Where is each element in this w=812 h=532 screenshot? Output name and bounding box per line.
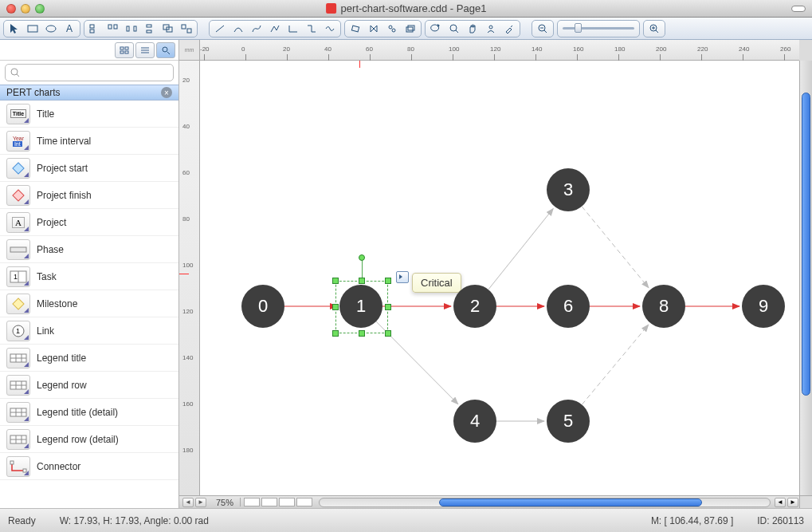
scroll-right-button[interactable]: ► — [787, 498, 798, 507]
pointer-tool[interactable] — [6, 22, 22, 36]
scroll-left-button[interactable]: ◄ — [775, 498, 786, 507]
library-item-icon — [6, 375, 30, 396]
zoom-slider[interactable] — [557, 20, 640, 37]
svg-line-41 — [17, 74, 19, 77]
library-item[interactable]: 1Task — [0, 263, 178, 290]
resize-handle-e[interactable] — [385, 304, 391, 310]
line-tool[interactable] — [212, 22, 228, 36]
library-item[interactable]: Project finish — [0, 182, 178, 209]
edge-5-8[interactable] — [582, 325, 649, 404]
page-tab[interactable] — [261, 498, 277, 506]
edge-2-3[interactable] — [488, 208, 553, 290]
sidebar-search-toggle[interactable] — [156, 42, 175, 58]
connector-tool[interactable] — [285, 22, 301, 36]
pert-node-8[interactable]: 8 — [642, 285, 685, 328]
close-window-button[interactable] — [6, 4, 16, 14]
refresh-tool[interactable] — [428, 22, 444, 36]
page-tab[interactable] — [296, 498, 312, 506]
svg-rect-43 — [13, 189, 24, 200]
svg-rect-33 — [120, 51, 124, 53]
resize-handle-ne[interactable] — [385, 278, 391, 284]
sidebar-view-small-icon[interactable] — [115, 42, 134, 58]
layers-tool[interactable] — [402, 22, 418, 36]
text-tool[interactable]: A — [61, 22, 77, 36]
library-item-icon: Title — [6, 104, 30, 124]
svg-point-40 — [11, 69, 18, 75]
library-section-header[interactable]: PERT charts × — [0, 85, 178, 100]
zoom-value[interactable]: 75% — [210, 498, 240, 507]
library-item[interactable]: Connector — [0, 453, 178, 480]
zoom-in-button[interactable] — [646, 22, 662, 36]
library-item[interactable]: Legend row (detail) — [0, 426, 178, 453]
flip-v-tool[interactable] — [384, 22, 400, 36]
library-item[interactable]: Legend title (detail) — [0, 399, 178, 426]
distribute-v-tool[interactable] — [142, 22, 158, 36]
library-item[interactable]: Phase — [0, 236, 178, 263]
resize-handle-w[interactable] — [332, 304, 339, 310]
pert-node-6[interactable]: 6 — [547, 285, 590, 328]
vertical-scrollbar[interactable] — [799, 61, 812, 495]
group-tool[interactable] — [160, 22, 176, 36]
svg-point-17 — [389, 26, 392, 29]
rectangle-tool[interactable] — [25, 22, 41, 36]
horizontal-scrollbar[interactable] — [319, 498, 771, 507]
resize-handle-n[interactable] — [359, 278, 365, 284]
pert-node-9[interactable]: 9 — [742, 285, 785, 328]
library-search-input[interactable] — [5, 64, 174, 81]
svg-rect-32 — [125, 47, 128, 49]
pert-node-2[interactable]: 2 — [453, 285, 496, 328]
align-top-tool[interactable] — [105, 22, 121, 36]
pert-node-0[interactable]: 0 — [241, 285, 284, 328]
library-item[interactable]: YearIntTime interval — [0, 128, 178, 155]
minimize-window-button[interactable] — [21, 4, 30, 14]
page-tab[interactable] — [279, 498, 295, 506]
arc-tool[interactable] — [230, 22, 246, 36]
svg-point-21 — [450, 25, 457, 31]
zoom-window-button[interactable] — [35, 4, 45, 14]
page-tab[interactable] — [244, 498, 260, 506]
resize-handle-s[interactable] — [359, 330, 365, 337]
library-close-icon[interactable]: × — [161, 87, 172, 98]
edge-3-8[interactable] — [582, 207, 649, 288]
library-item[interactable]: 1Link — [0, 317, 178, 345]
align-left-tool[interactable] — [87, 22, 103, 36]
smart-connector-tool[interactable] — [304, 22, 320, 36]
page-next-button[interactable]: ► — [195, 498, 206, 507]
svg-rect-34 — [125, 51, 128, 53]
library-item[interactable]: Legend row — [0, 372, 178, 399]
pert-node-1[interactable]: 1 — [339, 285, 382, 328]
resize-handle-sw[interactable] — [332, 330, 339, 337]
polyline-tool[interactable] — [267, 22, 283, 36]
library-item[interactable]: AProject — [0, 209, 178, 236]
zoom-tool[interactable] — [446, 22, 462, 36]
ellipse-tool[interactable] — [43, 22, 59, 36]
library-item[interactable]: Milestone — [0, 290, 178, 317]
person-tool[interactable] — [483, 22, 499, 36]
pert-node-3[interactable]: 3 — [547, 168, 590, 211]
library-item[interactable]: Legend title — [0, 345, 178, 372]
flip-h-tool[interactable] — [366, 22, 382, 36]
spline-tool[interactable] — [322, 22, 338, 36]
library-item-icon: YearInt — [6, 131, 30, 152]
pert-node-4[interactable]: 4 — [453, 400, 496, 443]
ungroup-tool[interactable] — [178, 22, 194, 36]
resize-grip[interactable] — [799, 496, 812, 508]
zoom-out-button[interactable] — [535, 22, 551, 36]
curve-tool[interactable] — [249, 22, 265, 36]
canvas-viewport[interactable]: Critical 012345689 — [200, 61, 799, 495]
page-prev-button[interactable]: ◄ — [182, 498, 194, 507]
svg-rect-14 — [187, 29, 191, 33]
resize-handle-se[interactable] — [385, 330, 391, 337]
distribute-h-tool[interactable] — [124, 22, 139, 36]
toolbar-toggle-lozenge[interactable] — [791, 6, 806, 12]
rotation-handle[interactable] — [359, 254, 365, 261]
resize-handle-nw[interactable] — [332, 278, 339, 284]
smart-tag-icon[interactable] — [396, 271, 409, 283]
rotate-tool[interactable] — [347, 22, 363, 36]
sidebar-view-list-icon[interactable] — [135, 42, 155, 58]
hand-tool[interactable] — [465, 22, 481, 36]
eyedropper-tool[interactable] — [501, 22, 517, 36]
library-item[interactable]: Project start — [0, 155, 178, 182]
library-item[interactable]: TitleTitle — [0, 100, 178, 128]
pert-node-5[interactable]: 5 — [547, 400, 590, 443]
